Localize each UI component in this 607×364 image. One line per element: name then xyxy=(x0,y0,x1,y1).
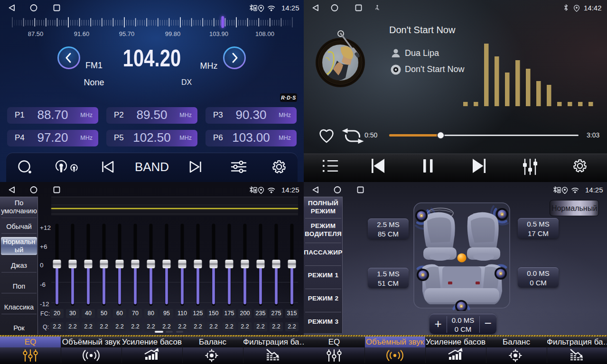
svg-text:BAND: BAND xyxy=(135,160,169,174)
